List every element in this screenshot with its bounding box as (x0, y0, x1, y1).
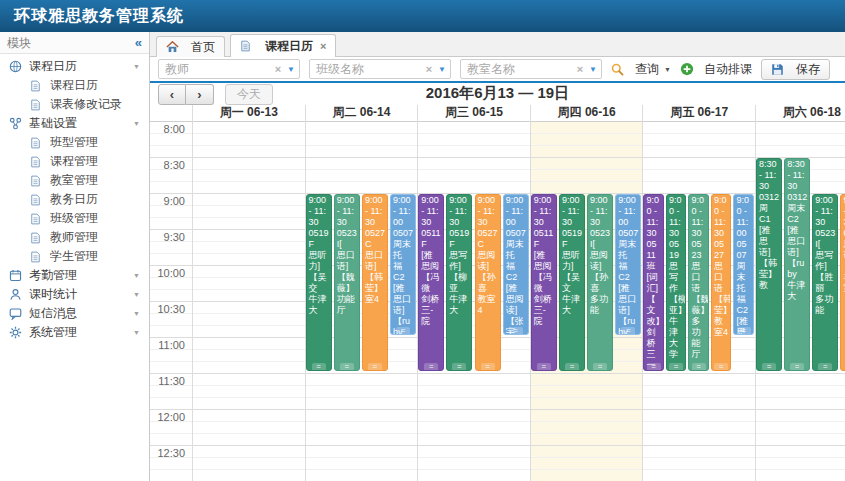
expand-caret-icon[interactable]: ▼ (133, 63, 140, 70)
calendar-event[interactable]: 9:00 - 11:30 0527 思口语 【韩 莹】教 室4= (711, 194, 732, 371)
expand-caret-icon[interactable]: ▼ (133, 272, 140, 279)
event-title: 9:00 - 11:30 0527 思口语 【韩 莹】教 室4 (712, 195, 731, 338)
filter-combo-2: ×▼ (460, 59, 602, 79)
query-button[interactable]: 查询 ▼ (611, 61, 671, 78)
sidebar-item-label: 课程管理 (50, 153, 98, 170)
calendar-event[interactable]: 9:00 - 11:30 0523I[ 思口语] 【魏薇】 功能厅= (334, 194, 360, 371)
time-label: 12:30 (150, 447, 185, 459)
resize-handle[interactable]: = (452, 363, 466, 370)
event-title: 9:00 - 11:30 0527C 思阅读] 【孙喜 教室4 (476, 195, 500, 316)
calendar-event[interactable]: 9:00 - 11:30 0527C 思阅读] 【孙喜 教室4= (475, 194, 501, 371)
resize-handle[interactable]: = (790, 363, 804, 370)
sidebar-item[interactable]: 班型管理 (0, 133, 149, 152)
expand-caret-icon[interactable]: ▼ (133, 310, 140, 317)
calendar-event[interactable]: 9:00 - 11:00 0507 周末托 福 C2[雅 思阅 读] 【张宇 苗… (503, 194, 529, 335)
save-button-label: 保存 (796, 61, 820, 78)
tab-1[interactable]: 课程日历× (230, 34, 336, 57)
calendar-event[interactable]: 9:00 - 11:30 0523 思口语 【魏 薇】多 功能厅= (688, 194, 709, 371)
clear-icon[interactable]: × (574, 63, 586, 75)
sidebar-group[interactable]: 短信消息▼ (0, 304, 149, 323)
document-icon (30, 98, 45, 111)
calendar-event[interactable]: 9:00 - 11:00 0507 周末托 福 C2[雅 思口 语] 【ruby… (390, 194, 416, 335)
resize-handle[interactable]: = (565, 363, 579, 370)
calendar-event[interactable]: 9:00 - 11:30 0511F [雅思阅 【冯微 剑桥三- 院= (418, 194, 444, 371)
calendar-event[interactable]: 9:00 - 11:30 0511F [雅思阅 【冯微 剑桥三- 院= (531, 194, 557, 371)
grid-line (192, 105, 193, 481)
resize-handle[interactable]: = (692, 363, 706, 370)
resize-handle[interactable]: = (509, 327, 523, 334)
filter-input-0[interactable] (163, 61, 272, 77)
resize-handle[interactable]: = (312, 363, 326, 370)
save-button[interactable]: 保存 (761, 59, 830, 80)
day-header: 周一 06-13 (192, 105, 305, 121)
day-header: 周四 06-16 (530, 105, 643, 121)
sidebar-item[interactable]: 班级管理 (0, 209, 149, 228)
calendar-event[interactable]: 9:00 - 11:30 0519 思写作 【柳 亚】牛 津大学= (666, 194, 687, 371)
sidebar-group[interactable]: 课程日历▼ (0, 57, 149, 76)
calendar-event[interactable]: 9:00 - 11:30 0519F 思听力] 【吴交 牛津大= (306, 194, 332, 371)
auto-schedule-button[interactable]: 自动排课 (680, 61, 752, 78)
resize-handle[interactable]: = (647, 363, 661, 370)
calendar-event[interactable]: 9:00 - 11:30 0519F 思听力] 【吴文 牛津大= (559, 194, 585, 371)
resize-handle[interactable]: = (669, 363, 683, 370)
clear-icon[interactable]: × (272, 63, 284, 75)
sidebar-group[interactable]: 考勤管理▼ (0, 266, 149, 285)
sidebar-group[interactable]: 课时统计▼ (0, 285, 149, 304)
prev-week-button[interactable]: ‹ (158, 84, 186, 105)
resize-handle[interactable]: = (396, 327, 410, 334)
resize-handle[interactable]: = (368, 363, 382, 370)
collapse-sidebar-icon[interactable]: « (135, 32, 142, 54)
calendar-event[interactable]: 9:00 - 11:30 0523I[ 思写作] 【胜丽 多功能= (812, 194, 838, 371)
filter-toolbar: ×▼×▼×▼ 查询 ▼ 自动排课 保存 (150, 57, 845, 81)
chevron-down-icon[interactable]: ▼ (435, 65, 446, 74)
resize-handle[interactable]: = (537, 363, 551, 370)
filter-input-2[interactable] (465, 61, 574, 77)
calendar-event[interactable]: 8:30 - 11:30 0312周 C1[雅思 语]【韩 莹】教= (756, 158, 782, 371)
sidebar-item[interactable]: 课表修改记录 (0, 95, 149, 114)
calendar-event[interactable]: 9:00 - 11:30 0523I[ 思阅读] 【孙喜 多功能= (587, 194, 613, 371)
calendar-event[interactable]: 9:00 - 11:30 0519F 思写作] 【柳亚 牛津大= (446, 194, 472, 371)
sidebar-item[interactable]: 教师管理 (0, 228, 149, 247)
calendar-grid: 8:008:309:009:3010:0010:3011:0011:3012:0… (150, 105, 845, 481)
grid-line (150, 457, 845, 458)
calendar-event[interactable]: 9:00 - 11:30 0511 班[词 汇]【 文改】 剑桥三 一学院= (643, 194, 664, 371)
calendar-event[interactable]: 9:00 - 11:00 0507 周末 托福 C2[雅 思阅 读] 【张 宇 … (733, 194, 754, 335)
sidebar-item[interactable]: 课程管理 (0, 152, 149, 171)
expand-caret-icon[interactable]: ▼ (133, 291, 140, 298)
chevron-down-icon[interactable]: ▼ (284, 65, 295, 74)
time-label: 12:00 (150, 411, 185, 423)
sidebar-group[interactable]: 基础设置▼ (0, 114, 149, 133)
sidebar-item[interactable]: 课程日历 (0, 76, 149, 95)
sidebar-item[interactable]: 教室管理 (0, 171, 149, 190)
calendar-event[interactable]: 9:00 - 11:30 0527C 思口语] 【韩莹】 室4= (362, 194, 388, 371)
resize-handle[interactable]: = (621, 327, 635, 334)
sidebar-item[interactable]: 学生管理 (0, 247, 149, 266)
clear-icon[interactable]: × (423, 63, 435, 75)
filter-input-1[interactable] (314, 61, 423, 77)
resize-handle[interactable]: = (424, 363, 438, 370)
expand-caret-icon[interactable]: ▼ (133, 120, 140, 127)
resize-handle[interactable]: = (481, 363, 495, 370)
close-tab-icon[interactable]: × (320, 40, 326, 52)
resize-handle[interactable]: = (762, 363, 776, 370)
resize-handle[interactable]: = (593, 363, 607, 370)
sidebar-item-label: 课时统计 (29, 286, 77, 303)
day-header: 周五 06-17 (642, 105, 755, 121)
tab-0[interactable]: 首页 (156, 36, 225, 57)
grid-line (150, 157, 845, 158)
sidebar-item-label: 短信消息 (29, 305, 77, 322)
expand-caret-icon[interactable]: ▼ (133, 329, 140, 336)
resize-handle[interactable]: = (737, 327, 751, 334)
next-week-button[interactable]: › (186, 84, 214, 105)
calendar-event[interactable]: 9:00 - 11:30 0527 思阅 读] 【 丰】 室= (840, 194, 845, 371)
calendar-event[interactable]: 8:30 - 11:30 0312周末 C2[雅思口 语] 【ruby 牛津大= (784, 158, 810, 371)
sidebar-item[interactable]: 教务日历 (0, 190, 149, 209)
event-title: 9:00 - 11:00 0507 周末托 福 C2[雅 思口 语] 【ruby… (391, 195, 415, 335)
resize-handle[interactable]: = (340, 363, 354, 370)
sidebar-group[interactable]: 系统管理▼ (0, 323, 149, 342)
resize-handle[interactable]: = (818, 363, 832, 370)
today-button[interactable]: 今天 (225, 84, 273, 105)
resize-handle[interactable]: = (714, 363, 728, 370)
chevron-down-icon[interactable]: ▼ (586, 65, 597, 74)
calendar-event[interactable]: 9:00 - 11:00 0507 周末托 福 C2[雅 思口 语] 【ruby… (615, 194, 641, 335)
